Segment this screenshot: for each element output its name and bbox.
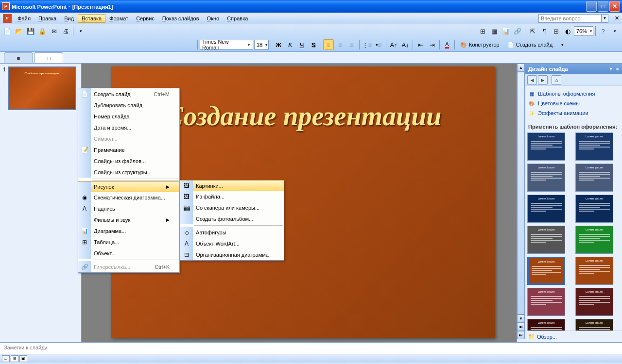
font-size-combo[interactable]: 18▼: [254, 40, 269, 50]
numbering-button[interactable]: ⋮≡: [362, 39, 372, 50]
nav-home-button[interactable]: ⌂: [552, 75, 561, 85]
align-center-button[interactable]: ≡: [335, 39, 346, 50]
open-icon[interactable]: 📂: [14, 26, 24, 36]
slides-tab[interactable]: □: [34, 52, 63, 63]
task-pane-menu-icon[interactable]: ▼: [609, 66, 613, 71]
close-button[interactable]: ✕: [609, 1, 620, 12]
menu-окно[interactable]: Окно: [203, 14, 224, 23]
menu-справка[interactable]: Справка: [223, 14, 252, 23]
save-icon[interactable]: 💾: [25, 26, 36, 36]
grid-icon[interactable]: ⊞: [551, 26, 561, 36]
submenu-item[interactable]: Создать фотоальбом...: [180, 213, 284, 224]
decrease-font-button[interactable]: A↓: [400, 39, 411, 50]
submenu-item[interactable]: 📷Со сканера или камеры...: [180, 202, 284, 213]
sorter-view-button[interactable]: ⊞: [11, 355, 18, 362]
app-menu-icon[interactable]: P: [3, 14, 12, 23]
menu-показ слайдов[interactable]: Показ слайдов: [158, 14, 203, 23]
font-color-button[interactable]: A: [442, 39, 452, 50]
decrease-indent-button[interactable]: ⇤: [415, 39, 426, 50]
menu-файл[interactable]: Файл: [14, 14, 35, 23]
menu-item[interactable]: ⊞Таблица...: [78, 236, 179, 248]
menu-item[interactable]: AНадпись: [78, 203, 179, 214]
permission-icon[interactable]: 🔒: [37, 26, 48, 36]
toolbar-overflow-icon[interactable]: ▾: [557, 39, 568, 50]
expand-icon[interactable]: ⇱: [527, 26, 538, 36]
menu-правка[interactable]: Правка: [35, 14, 60, 23]
submenu-item[interactable]: 🖼Из файла...: [180, 191, 284, 202]
menu-item[interactable]: 📊Диаграмма...: [78, 225, 179, 236]
nav-forward-button[interactable]: ►: [538, 75, 548, 85]
new-icon[interactable]: 📄: [2, 26, 13, 36]
design-template-thumb[interactable]: Lorem Ipsum: [575, 319, 613, 331]
tables-borders-icon[interactable]: ▦: [489, 26, 500, 36]
nav-back-button[interactable]: ◄: [527, 75, 537, 85]
menu-вид[interactable]: Вид: [60, 14, 78, 23]
hyperlink-icon[interactable]: 🔗: [512, 26, 523, 36]
menu-сервис[interactable]: Сервис: [132, 14, 158, 23]
design-template-thumb[interactable]: Lorem Ipsum: [575, 195, 613, 223]
notes-area[interactable]: Заметки к слайду: [0, 342, 622, 354]
chart-icon[interactable]: 📊: [501, 26, 511, 36]
toolbar-overflow-icon[interactable]: ▾: [75, 26, 86, 36]
shadow-button[interactable]: S: [308, 39, 319, 50]
design-template-thumb[interactable]: Lorem Ipsum: [527, 288, 565, 316]
menu-item[interactable]: Слайды из структуры...: [78, 166, 179, 178]
design-template-thumb[interactable]: Lorem Ipsum: [527, 226, 565, 254]
task-pane-close-button[interactable]: ×: [616, 66, 619, 72]
font-name-combo[interactable]: Times New Roman▼: [200, 40, 253, 50]
menu-item[interactable]: Дублировать слайд: [78, 99, 179, 111]
menu-item[interactable]: 📝Примечание: [78, 144, 179, 155]
vertical-scrollbar[interactable]: ▲ ▼ ⏮ ⏭: [517, 64, 525, 342]
menu-item[interactable]: Рисунок▶: [78, 181, 180, 192]
help-search-input[interactable]: [538, 14, 602, 23]
menu-item[interactable]: ◉Схематическая диаграмма...: [78, 192, 179, 203]
design-template-thumb[interactable]: Lorem Ipsum: [527, 132, 565, 161]
menu-item[interactable]: Объект...: [78, 248, 179, 259]
submenu-item[interactable]: ⊟Организационная диаграмма: [180, 249, 284, 260]
design-template-thumb[interactable]: Lorem Ipsum: [575, 257, 613, 285]
design-template-thumb[interactable]: Lorem Ipsum: [575, 226, 613, 254]
designer-button[interactable]: 🎨 Конструктор: [457, 39, 503, 50]
menu-item[interactable]: Номер слайда: [78, 111, 179, 122]
templates-link[interactable]: ▦Шаблоны оформления: [528, 89, 619, 99]
design-template-thumb[interactable]: Lorem Ipsum: [527, 195, 565, 223]
table-icon[interactable]: ⊞: [477, 26, 488, 36]
menu-item[interactable]: 📄Создать слайдCtrl+M: [78, 88, 179, 99]
design-template-thumb[interactable]: Lorem Ipsum: [575, 132, 613, 161]
menu-item[interactable]: Дата и время...: [78, 122, 179, 133]
new-slide-button[interactable]: 📄 Создать слайд: [504, 39, 556, 50]
animation-effects-link[interactable]: ✨Эффекты анимации: [528, 108, 619, 118]
align-right-button[interactable]: ≡: [346, 39, 357, 50]
submenu-item[interactable]: ◇Автофигуры: [180, 227, 284, 238]
menu-item[interactable]: Слайды из файлов...: [78, 155, 179, 166]
minimize-button[interactable]: _: [586, 1, 597, 12]
increase-indent-button[interactable]: ⇥: [427, 39, 437, 50]
browse-link[interactable]: 📁 Обзор...: [525, 331, 622, 342]
mdi-close-button[interactable]: ✕: [612, 14, 621, 23]
color-grayscale-icon[interactable]: ◐: [562, 26, 573, 36]
show-formatting-icon[interactable]: ¶: [539, 26, 550, 36]
maximize-button[interactable]: □: [598, 1, 608, 12]
slide-thumbnail[interactable]: Создание презентации: [8, 66, 76, 110]
bold-button[interactable]: Ж: [273, 39, 284, 50]
submenu-item[interactable]: AОбъект WordArt...: [180, 238, 284, 249]
toolbar-overflow-icon[interactable]: ▾: [609, 26, 620, 36]
design-template-thumb[interactable]: Lorem Ipsum: [575, 164, 613, 192]
menu-вставка[interactable]: Вставка: [78, 14, 105, 23]
email-icon[interactable]: ✉: [49, 26, 59, 36]
zoom-combo[interactable]: 76%▼: [574, 26, 593, 36]
increase-font-button[interactable]: A↑: [388, 39, 399, 50]
submenu-item[interactable]: 🖼Картинки...: [180, 180, 284, 191]
next-slide-button[interactable]: ⏭: [517, 331, 525, 339]
bullets-button[interactable]: •≡: [373, 39, 384, 50]
color-schemes-link[interactable]: 🎨Цветовые схемы: [528, 99, 619, 108]
italic-button[interactable]: К: [285, 39, 295, 50]
menu-формат[interactable]: Формат: [105, 14, 132, 23]
help-icon[interactable]: ?: [598, 26, 608, 36]
design-template-thumb[interactable]: Lorem Ipsum: [527, 257, 565, 285]
print-icon[interactable]: 🖨: [60, 26, 71, 36]
underline-button[interactable]: Ч: [296, 39, 307, 50]
slideshow-view-button[interactable]: ▣: [19, 355, 27, 362]
align-left-button[interactable]: ≡: [323, 39, 334, 50]
help-dropdown-icon[interactable]: ▼: [602, 14, 608, 23]
